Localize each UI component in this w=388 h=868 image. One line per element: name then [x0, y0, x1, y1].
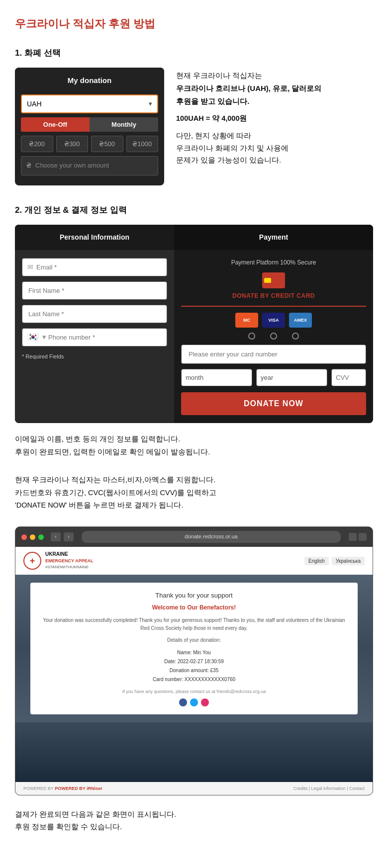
screenshot-body: + UKRAINE EMERGENCY APPEAL #STANDWITHUKR… [15, 547, 373, 795]
footer-powered: POWERED BY POWERED BY iRNiser [23, 785, 102, 792]
phone-input[interactable] [48, 329, 162, 346]
amex-logo: AMEX [289, 313, 312, 328]
section3-description: 결제가 완료되면 다음과 같은 화면이 표시됩니다. 후원 정보를 확인할 수 … [15, 808, 373, 834]
cvv-input[interactable] [331, 369, 366, 386]
instagram-icon [201, 698, 209, 706]
language-buttons: English Українська [304, 557, 365, 565]
confirm-contact: If you have any questions, please contac… [40, 688, 348, 695]
card-brands: MC VISA AMEX [181, 313, 366, 328]
lang-ukrainian-btn[interactable]: Українська [332, 557, 365, 565]
phone-flag: 🇰🇷 [27, 330, 38, 345]
card-details-row: month year [181, 369, 366, 386]
confirm-name-block: Name: Min You Date: 2022-02-27 18:30:59 … [40, 648, 348, 684]
last-name-input[interactable] [22, 305, 167, 323]
amount-grid: ₴200 ₴300 ₴500 ₴1000 [21, 136, 158, 152]
twitter-icon [190, 698, 198, 706]
year-select[interactable]: year [256, 369, 327, 386]
ukraine-hashtag: #STANDWITHUKRAINE [45, 564, 94, 571]
section2-text-line5: 'DONATE NOW' 버튼을 누르면 바로 결제가 됩니다. [15, 501, 184, 509]
thank-you-text: Thank you for your support [40, 591, 348, 601]
secure-label: Payment Platform 100% Secure [181, 258, 366, 267]
section2-text-line4: 카드번호와 유효기간, CVC(웹사이트에서의 CVV)를 입력하고 [15, 489, 216, 497]
personal-info-body: ✉ 🇰🇷 ▾ * Required Fields [15, 250, 174, 369]
rate-label: 100UAH = 약 4,000원 [176, 112, 373, 125]
red-cross-icon: + [23, 552, 41, 570]
confirm-detail: Your donation was successfully completed… [40, 616, 348, 632]
red-divider [181, 306, 366, 307]
confirm-card: Card number: XXXXXXXXXXXX0760 [153, 677, 235, 682]
amount-200[interactable]: ₴200 [21, 136, 53, 152]
currency-select-wrapper[interactable]: UAH EUR USD [21, 94, 158, 113]
forward-btn[interactable]: › [64, 532, 74, 541]
required-note: * Required Fields [22, 352, 167, 361]
mastercard-logo: MC [235, 313, 258, 328]
visa-logo: VISA [262, 313, 285, 328]
page-title: 우크라이나 적십자 후원 방법 [15, 15, 373, 32]
titlebar-dot-close [21, 534, 27, 540]
custom-amount-row[interactable]: ₴ Choose your own amount [21, 156, 158, 175]
currency-select[interactable]: UAH EUR USD [22, 95, 157, 112]
section2-description: 이메일과 이름, 번호 등의 개인 정보를 입력합니다. 후원이 완료되면, 입… [15, 433, 373, 512]
ukraine-logo: + UKRAINE EMERGENCY APPEAL #STANDWITHUKR… [23, 551, 94, 571]
screenshot-header: + UKRAINE EMERGENCY APPEAL #STANDWITHUKR… [15, 547, 373, 575]
back-btn[interactable]: ‹ [51, 532, 61, 541]
phone-input-wrapper[interactable]: 🇰🇷 ▾ [22, 328, 167, 347]
warning-text: 다만, 현지 상황에 따라 우크라이나 화폐의 가치 및 사용에 문제가 있을 … [176, 130, 373, 167]
first-name-input[interactable] [22, 281, 167, 300]
titlebar-dot-minimize [30, 534, 35, 540]
email-input-wrapper[interactable]: ✉ [22, 258, 167, 276]
one-off-toggle[interactable]: One-Off [21, 117, 90, 132]
payment-panel: Payment Payment Platform 100% Secure DON… [174, 225, 373, 423]
payment-body: Payment Platform 100% Secure DONATE BY C… [174, 250, 373, 423]
donate-credit-label: DONATE BY CREDIT CARD [181, 291, 366, 301]
custom-amount-symbol: ₴ [26, 161, 31, 171]
section3-text-line2: 후원 정보를 확인할 수 있습니다. [15, 823, 122, 831]
payment-header: Payment [174, 225, 373, 250]
monthly-toggle[interactable]: Monthly [90, 117, 158, 132]
ukraine-title: UKRAINE [45, 551, 94, 557]
radio-visa[interactable] [270, 333, 277, 340]
amount-300[interactable]: ₴300 [56, 136, 89, 152]
browser-titlebar: ‹ › donate.redcross.or.ua [15, 527, 373, 547]
screenshot-footer: POWERED BY POWERED BY iRNiser Credits | … [15, 782, 373, 795]
browser-action-1[interactable] [349, 533, 357, 541]
footer-links: Credits | Legal information | Contact [293, 785, 365, 792]
donation-widget: My donation UAH EUR USD One-Off Monthly … [15, 68, 164, 185]
email-input[interactable] [36, 259, 162, 276]
section1-heading: 1. 화폐 선택 [15, 46, 373, 60]
widget-title: My donation [15, 68, 164, 91]
radio-amex[interactable] [292, 333, 299, 340]
url-bar[interactable]: donate.redcross.or.ua [82, 531, 341, 543]
amount-500[interactable]: ₴500 [91, 136, 123, 152]
section2-text-line1: 이메일과 이름, 번호 등의 개인 정보를 입력합니다. [15, 435, 180, 443]
lang-english-btn[interactable]: English [304, 557, 329, 565]
toggle-row: One-Off Monthly [21, 117, 158, 132]
personal-info-header: Personal Information [15, 225, 174, 250]
confirmation-card: Thank you for your support Welcome to Ou… [30, 583, 358, 714]
radio-mastercard[interactable] [248, 333, 255, 340]
section2-text-line2: 후원이 완료되면, 입력한 이메일로 확인 메일이 발송됩니다. [15, 448, 210, 456]
month-select[interactable]: month [181, 369, 252, 386]
confirm-amount: Donation amount: £35 [170, 668, 218, 673]
titlebar-dot-maximize [38, 534, 44, 540]
card-type-radio-row [181, 333, 366, 340]
confirm-name: Name: Min You [177, 650, 211, 655]
section3-text-line1: 결제가 완료되면 다음과 같은 화면이 표시됩니다. [15, 810, 176, 818]
custom-amount-placeholder: Choose your own amount [35, 161, 109, 171]
browser-action-2[interactable] [359, 533, 367, 541]
emergency-appeal: EMERGENCY APPEAL [45, 557, 94, 564]
personal-info-panel: Personal Information ✉ 🇰🇷 ▾ * Required F… [15, 225, 174, 423]
section2-text-line3: 현재 우크라이나 적십자는 마스터,비자,아멕스를 지원합니다. [15, 476, 215, 484]
amount-1000[interactable]: ₴1000 [126, 136, 159, 152]
card-number-input[interactable] [181, 345, 366, 364]
welcome-text: Welcome to Our Benefactors! [40, 603, 348, 612]
facebook-icon [179, 698, 187, 706]
phone-separator: ▾ [42, 331, 46, 343]
donate-now-button[interactable]: DONATE NOW [181, 392, 366, 415]
info-text1: 현재 우크라이나 적십자는 우크라이나 흐리브나 (UAH), 유로, 달러로의… [176, 70, 373, 107]
credit-card-icon [262, 272, 285, 288]
section2-heading: 2. 개인 정보 & 결제 정보 입력 [15, 203, 373, 217]
section1-info: 현재 우크라이나 적십자는 우크라이나 흐리브나 (UAH), 유로, 달러로의… [176, 68, 373, 185]
section2-card: Personal Information ✉ 🇰🇷 ▾ * Required F… [15, 225, 373, 423]
email-icon: ✉ [27, 261, 33, 272]
